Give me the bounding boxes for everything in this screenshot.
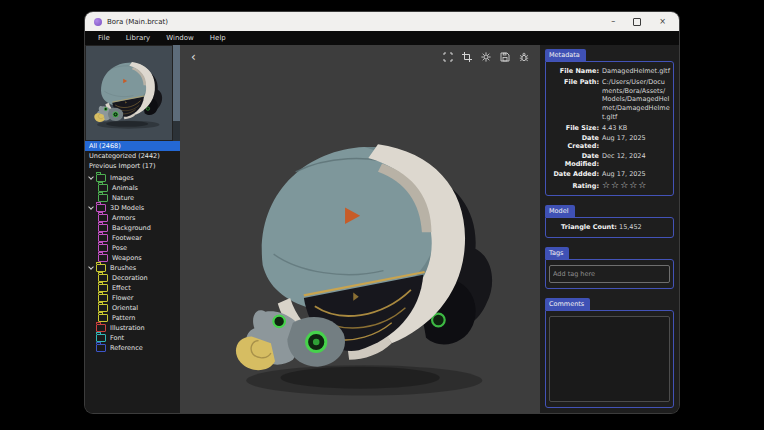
- folder-icon: [98, 184, 108, 192]
- meta-row-file-path: File Path:C:/Users/User/Documents/Bora/A…: [549, 78, 670, 122]
- folder-icon: [98, 294, 108, 302]
- star-icon[interactable]: ☆: [620, 180, 629, 190]
- folder-icon: [98, 234, 108, 242]
- tree-item-label: Pattern: [112, 314, 135, 322]
- star-icon[interactable]: ☆: [638, 180, 647, 190]
- app-window: Bora (Main.brcat) – × File Library Windo…: [85, 12, 679, 413]
- folder-icon: [98, 284, 108, 292]
- sidebar: All (2468) Uncategorized (2442) Previous…: [85, 45, 180, 413]
- meta-row-file-size: File Size:4.43 KB: [549, 124, 670, 133]
- tree-item-label: Illustration: [110, 324, 145, 332]
- folder-icon: [98, 224, 108, 232]
- triangle-count-label: Triangle Count:: [561, 223, 617, 231]
- tab-comments[interactable]: Comments: [545, 298, 590, 310]
- comments-box: [545, 310, 674, 408]
- menu-file[interactable]: File: [90, 34, 118, 42]
- main-content: All (2468) Uncategorized (2442) Previous…: [85, 45, 679, 413]
- triangle-count-value: 15,452: [619, 223, 642, 231]
- folder-icon: [98, 274, 108, 282]
- tree-item-label: Armors: [112, 214, 135, 222]
- metadata-section: Metadata File Name:DamagedHelmet.gltf Fi…: [545, 49, 674, 196]
- folder-icon: [96, 334, 106, 342]
- tree-item-reference[interactable]: Reference: [85, 343, 180, 353]
- tree-item-label: Flower: [112, 294, 134, 302]
- rating-stars[interactable]: ☆☆☆☆☆: [602, 181, 670, 190]
- chevron-down-icon[interactable]: [87, 204, 96, 213]
- collection-all[interactable]: All (2468): [85, 141, 180, 151]
- meta-label: Date Modified:: [549, 152, 599, 168]
- collection-previous-import[interactable]: Previous Import (17): [85, 161, 180, 171]
- tags-section: Tags: [545, 247, 674, 289]
- window-controls: – ×: [611, 18, 670, 26]
- star-icon[interactable]: ☆: [602, 180, 611, 190]
- titlebar: Bora (Main.brcat) – ×: [85, 12, 679, 31]
- folder-icon: [96, 204, 106, 212]
- collection-list: All (2468) Uncategorized (2442) Previous…: [85, 141, 180, 171]
- viewport-3d[interactable]: ‹: [180, 45, 540, 413]
- menu-window[interactable]: Window: [158, 34, 202, 42]
- add-tag-input[interactable]: [549, 265, 670, 283]
- desktop-background: Bora (Main.brcat) – × File Library Windo…: [0, 0, 764, 430]
- menu-library[interactable]: Library: [118, 34, 158, 42]
- rating-label: Rating:: [549, 182, 599, 190]
- settings-gear-icon[interactable]: [481, 52, 491, 62]
- bug-icon[interactable]: [519, 52, 529, 62]
- asset-thumbnail[interactable]: [86, 46, 172, 140]
- metadata-box: File Name:DamagedHelmet.gltf File Path:C…: [545, 61, 674, 196]
- star-icon[interactable]: ☆: [611, 180, 620, 190]
- tree-item-label: Footwear: [112, 234, 142, 242]
- meta-label: Date Created:: [549, 134, 599, 150]
- model-damaged-helmet[interactable]: [216, 115, 518, 407]
- meta-value: Aug 17, 2025: [602, 170, 670, 179]
- chevron-down-icon[interactable]: [87, 264, 96, 273]
- meta-value: DamagedHelmet.gltf: [602, 67, 670, 76]
- folder-icon: [96, 174, 106, 182]
- chevron-down-icon[interactable]: [87, 174, 96, 183]
- folder-icon: [96, 264, 106, 272]
- model-box: Triangle Count: 15,452: [545, 217, 674, 238]
- meta-row-file-name: File Name:DamagedHelmet.gltf: [549, 67, 670, 76]
- inspector-panel: Metadata File Name:DamagedHelmet.gltf Fi…: [540, 45, 679, 413]
- meta-value: C:/Users/User/Documents/Bora/Assets/Mode…: [602, 78, 670, 122]
- comment-textarea[interactable]: [549, 316, 670, 402]
- collection-uncategorized[interactable]: Uncategorized (2442): [85, 151, 180, 161]
- close-button[interactable]: ×: [659, 18, 666, 26]
- triangle-count-row: Triangle Count: 15,452: [549, 223, 670, 232]
- tab-model[interactable]: Model: [545, 205, 575, 217]
- tree-item-label: Images: [110, 174, 134, 182]
- folder-icon: [98, 214, 108, 222]
- folder-icon: [96, 344, 106, 352]
- viewport-toolbar: [443, 52, 529, 62]
- asset-thumbnail-pane: [85, 45, 180, 141]
- minimize-button[interactable]: –: [611, 18, 615, 26]
- tree-item-label: Weapons: [112, 254, 142, 262]
- tree-item-label: Background: [112, 224, 151, 232]
- menu-help[interactable]: Help: [202, 34, 234, 42]
- tab-metadata[interactable]: Metadata: [545, 49, 586, 61]
- folder-icon: [98, 314, 108, 322]
- meta-value: Aug 17, 2025: [602, 134, 670, 150]
- fullscreen-icon[interactable]: [443, 52, 453, 62]
- meta-label: File Path:: [549, 78, 599, 122]
- meta-value: 4.43 KB: [602, 124, 670, 133]
- maximize-button[interactable]: [633, 18, 641, 26]
- star-icon[interactable]: ☆: [629, 180, 638, 190]
- meta-row-date-added: Date Added:Aug 17, 2025: [549, 170, 670, 179]
- thumbnail-scrollbar[interactable]: [173, 45, 180, 141]
- meta-label: File Size:: [549, 124, 599, 133]
- window-title: Bora (Main.brcat): [107, 18, 168, 26]
- tree-item-label: Decoration: [112, 274, 148, 282]
- model-section: Model Triangle Count: 15,452: [545, 205, 674, 238]
- meta-value: Dec 12, 2024: [602, 152, 670, 168]
- tree-item-label: Brushes: [110, 264, 136, 272]
- crop-icon[interactable]: [462, 52, 472, 62]
- scrollbar-thumb[interactable]: [173, 45, 180, 121]
- tree-item-label: 3D Models: [110, 204, 144, 212]
- save-icon[interactable]: [500, 52, 510, 62]
- comments-section: Comments: [545, 298, 674, 408]
- app-logo-icon: [94, 18, 102, 26]
- tab-tags[interactable]: Tags: [545, 247, 569, 259]
- back-button[interactable]: ‹: [191, 51, 196, 63]
- tree-item-label: Pose: [112, 244, 127, 252]
- helmet-thumbnail-image: [89, 54, 169, 132]
